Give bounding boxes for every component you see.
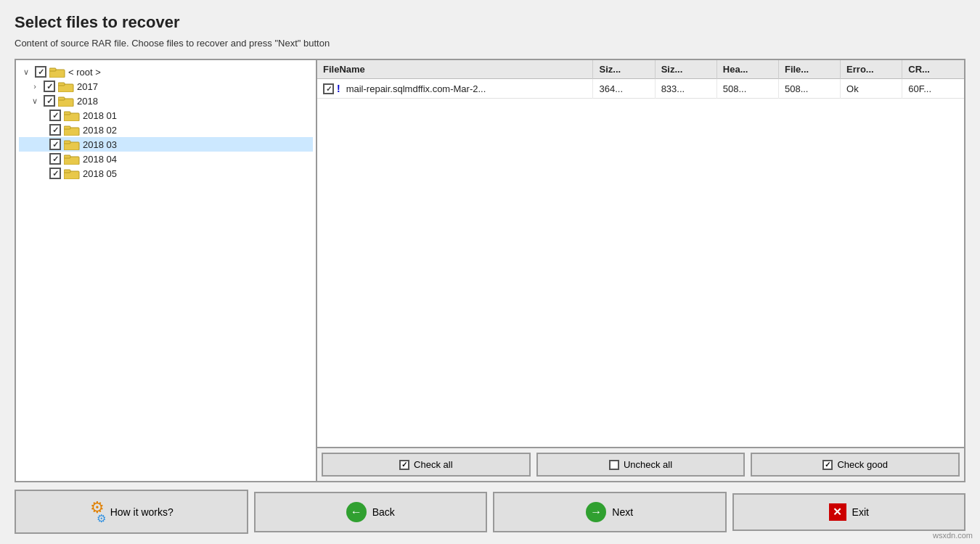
page-title: Select files to recover — [15, 13, 965, 32]
tree-toggle-2018[interactable]: ∨ — [29, 96, 41, 106]
check-good-button[interactable]: Check good — [751, 453, 960, 477]
folder-icon-root — [49, 66, 65, 78]
tree-checkbox-2017[interactable] — [44, 81, 55, 92]
warning-icon: ! — [337, 83, 340, 94]
bottom-bar: ⚙ ⚙ How it works? ← Back → Next ✕ Exit — [15, 482, 965, 537]
tree-item-2018-03[interactable]: 2018 03 — [19, 137, 313, 152]
next-label: Next — [612, 506, 633, 518]
tree-toggle-2017[interactable]: › — [29, 82, 41, 91]
file-checkbox[interactable] — [323, 83, 334, 94]
tree-item-2018-02[interactable]: 2018 02 — [19, 123, 313, 137]
tree-checkbox-2018-05[interactable] — [49, 168, 61, 179]
page-subtitle: Content of source RAR file. Choose files… — [15, 38, 965, 49]
folder-icon-2017 — [58, 81, 74, 92]
watermark: wsxdn.com — [933, 531, 973, 540]
tree-label-2017: 2017 — [77, 81, 98, 92]
tree-checkbox-2018-03[interactable] — [49, 139, 61, 150]
file-table: FileName Siz... Siz... Hea... File... Er… — [317, 60, 964, 447]
uncheck-all-button[interactable]: Uncheck all — [536, 453, 746, 477]
tree-label-2018-01: 2018 01 — [83, 110, 117, 121]
svg-rect-7 — [64, 112, 70, 115]
tree-label-2018-04: 2018 04 — [83, 154, 117, 165]
check-all-button[interactable]: Check all — [322, 453, 531, 477]
exit-x-icon: ✕ — [829, 503, 846, 521]
folder-icon-2018 — [58, 95, 74, 107]
back-arrow-icon: ← — [346, 502, 367, 522]
folder-icon-2018-02 — [64, 124, 80, 136]
table-row[interactable]: ! mail-repair.sqlmdffix.com-Mar-2... 364… — [317, 79, 964, 99]
tree-checkbox-2018-01[interactable] — [49, 110, 61, 121]
tree-label-2018-02: 2018 02 — [83, 125, 117, 136]
tree-toggle-root[interactable]: ∨ — [20, 67, 32, 77]
file-size1: 364... — [593, 79, 655, 99]
tree-item-2018[interactable]: ∨ 2018 — [19, 94, 313, 108]
next-button[interactable]: → Next — [493, 492, 727, 532]
file-size2: 833... — [655, 79, 716, 99]
svg-rect-1 — [49, 68, 56, 71]
folder-icon-2018-01 — [64, 110, 80, 121]
svg-rect-5 — [58, 97, 65, 100]
tree-label-2018: 2018 — [77, 96, 98, 107]
tree-checkbox-2018[interactable] — [44, 95, 55, 107]
back-button[interactable]: ← Back — [254, 492, 488, 532]
tree-item-2018-05[interactable]: 2018 05 — [19, 166, 313, 181]
col-header: Hea... — [716, 60, 778, 79]
back-label: Back — [372, 506, 395, 518]
folder-icon-2018-05 — [64, 168, 80, 179]
folder-icon-2018-04 — [64, 153, 80, 165]
tree-item-2018-01[interactable]: 2018 01 — [19, 108, 313, 123]
tree-item-2018-04[interactable]: 2018 04 — [19, 152, 313, 166]
tree-checkbox-2018-02[interactable] — [49, 124, 61, 136]
svg-rect-13 — [64, 155, 70, 158]
action-buttons-bar: Check all Uncheck all Check good — [317, 447, 964, 481]
col-size2: Siz... — [655, 60, 716, 79]
how-it-works-label: How it works? — [110, 506, 173, 518]
svg-rect-3 — [58, 83, 65, 86]
gear-icons: ⚙ ⚙ — [89, 500, 106, 524]
col-filename: FileName — [317, 60, 593, 79]
right-panel: FileName Siz... Siz... Hea... File... Er… — [317, 60, 964, 481]
col-crc: CR... — [902, 60, 964, 79]
tree-checkbox-root[interactable] — [35, 66, 46, 78]
gear-small-icon: ⚙ — [97, 513, 106, 524]
tree-label-root: < root > — [68, 67, 101, 78]
file-crc: 60F... — [902, 79, 964, 99]
exit-button[interactable]: ✕ Exit — [732, 493, 966, 531]
tree-label-2018-05: 2018 05 — [83, 168, 117, 179]
col-size1: Siz... — [593, 60, 655, 79]
file-name-text: mail-repair.sqlmdffix.com-Mar-2... — [346, 83, 486, 94]
svg-rect-9 — [64, 126, 70, 129]
folder-icon-2018-03 — [64, 139, 80, 150]
check-good-label: Check good — [837, 459, 887, 470]
check-all-icon — [399, 460, 409, 470]
file-header: 508... — [716, 79, 778, 99]
tree-checkbox-2018-04[interactable] — [49, 153, 61, 165]
tree-item-root[interactable]: ∨ < root > — [19, 65, 313, 79]
file-name-cell[interactable]: ! mail-repair.sqlmdffix.com-Mar-2... — [317, 79, 593, 99]
svg-rect-11 — [64, 141, 70, 144]
col-error: Erro... — [841, 60, 902, 79]
file-file: 508... — [778, 79, 840, 99]
svg-rect-15 — [64, 170, 70, 173]
check-good-icon — [822, 460, 833, 470]
tree-item-2017[interactable]: › 2017 — [19, 79, 313, 94]
file-error: Ok — [841, 79, 902, 99]
tree-panel: ∨ < root > › — [16, 60, 317, 481]
uncheck-all-icon — [609, 460, 619, 470]
next-arrow-icon: → — [586, 502, 606, 522]
col-file: File... — [778, 60, 840, 79]
tree-label-2018-03: 2018 03 — [83, 139, 117, 150]
exit-label: Exit — [852, 506, 869, 518]
uncheck-all-label: Uncheck all — [624, 459, 672, 470]
how-it-works-button[interactable]: ⚙ ⚙ How it works? — [15, 490, 248, 534]
check-all-label: Check all — [414, 459, 452, 470]
